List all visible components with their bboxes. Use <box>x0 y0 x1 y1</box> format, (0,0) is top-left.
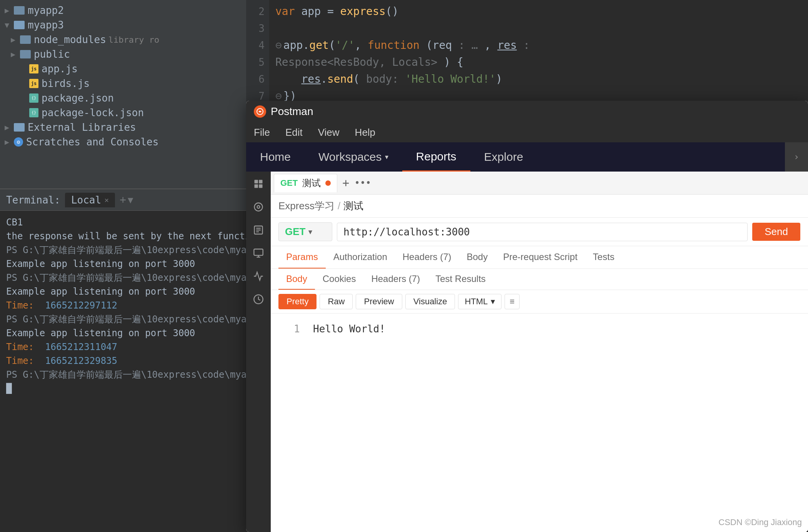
svg-rect-4 <box>259 184 262 188</box>
format-btn-visualize[interactable]: Visualize <box>405 294 455 309</box>
response-tab-headers[interactable]: Headers (7) <box>363 269 428 290</box>
format-btn-visualize-label: Visualize <box>413 297 447 306</box>
svg-rect-11 <box>254 249 263 255</box>
nav-item-reports[interactable]: Reports <box>402 142 470 172</box>
tree-item-app-js[interactable]: ▶ js app.js <box>0 62 246 76</box>
request-bar: GET ▾ Send <box>271 218 808 246</box>
response-tab-body[interactable]: Body <box>278 269 315 290</box>
sidebar-monitor-icon[interactable] <box>251 269 266 284</box>
tree-item-node-modules[interactable]: ▶ node_modules library ro <box>0 32 246 47</box>
workspaces-arrow-icon: ▾ <box>385 153 388 161</box>
wrap-btn[interactable]: ≡ <box>505 294 520 309</box>
tree-item-package-json[interactable]: ▶ {} package.json <box>0 91 246 105</box>
tree-item-public[interactable]: ▶ public <box>0 47 246 62</box>
menu-item-edit[interactable]: Edit <box>285 127 303 138</box>
folder-icon-myapp2 <box>14 6 25 15</box>
params-tab-tests[interactable]: Tests <box>585 246 622 269</box>
request-tab[interactable]: GET 测试 <box>274 174 337 192</box>
params-tab-body[interactable]: Body <box>459 246 496 269</box>
params-tabs: Params Authorization Headers (7) Body Pr… <box>271 246 808 269</box>
file-tree: ▶ myapp2 ▼ myapp3 ▶ node_modules library… <box>0 0 246 152</box>
format-type-selector[interactable]: HTML ▾ <box>458 294 501 309</box>
sidebar-runner-icon[interactable] <box>251 245 266 261</box>
breadcrumb-parent[interactable]: Express学习 <box>278 199 335 213</box>
terminal-add-btn[interactable]: + <box>120 193 126 206</box>
response-toolbar: Pretty Raw Preview Visualize HTML ▾ <box>271 290 808 314</box>
sidebar-history-icon[interactable] <box>251 222 266 238</box>
tree-item-package-lock-json[interactable]: ▶ {} package-lock.json <box>0 105 246 120</box>
terminal-dropdown-btn[interactable]: ▼ <box>128 195 133 205</box>
response-line-num-1: 1 <box>294 321 305 337</box>
nav-label-explore: Explore <box>484 150 523 163</box>
postman-logo-icon <box>254 105 266 118</box>
terminal-tab-local[interactable]: Local × <box>65 193 115 207</box>
url-input[interactable] <box>337 223 748 241</box>
postman-titlebar: Postman <box>246 101 808 122</box>
method-label: GET <box>285 226 305 238</box>
sidebar-collection-icon[interactable] <box>251 176 266 192</box>
nav-item-workspaces[interactable]: Workspaces ▾ <box>305 142 402 172</box>
params-tab-auth-label: Authorization <box>333 252 387 262</box>
nav-label-workspaces: Workspaces <box>318 150 382 163</box>
format-btn-pretty-label: Pretty <box>287 297 308 306</box>
tree-label-public: public <box>34 48 70 60</box>
terminal-tab-local-label: Local <box>71 194 101 206</box>
postman-window: Postman File Edit View Help Home Workspa… <box>246 101 808 532</box>
sidebar-environment-icon[interactable] <box>251 199 266 215</box>
tree-label-scratches: Scratches and Consoles <box>26 136 158 148</box>
tree-lib-text-node-modules: library ro <box>108 35 159 45</box>
response-section: Body Cookies Headers (7) Test Results <box>271 269 808 532</box>
format-btn-preview[interactable]: Preview <box>356 294 402 309</box>
code-line-5: res.send( body: 'Hello World!') <box>275 71 532 88</box>
tree-item-myapp3[interactable]: ▼ myapp3 <box>0 18 246 32</box>
nav-item-home[interactable]: Home <box>246 142 305 172</box>
menu-item-help[interactable]: Help <box>355 127 375 138</box>
line-num-4: 4 <box>246 37 265 54</box>
menu-item-view[interactable]: View <box>318 127 340 138</box>
tree-label-package-lock-json: package-lock.json <box>42 107 144 118</box>
navbar-scroll-btn[interactable]: › <box>785 142 808 172</box>
postman-sidebar <box>246 172 271 532</box>
params-tab-headers[interactable]: Headers (7) <box>395 246 459 269</box>
code-line-4: ⊖app.get('/', function (req : … , res : … <box>275 37 532 71</box>
new-tab-btn[interactable]: + <box>337 175 354 192</box>
tab-modified-dot <box>325 180 331 186</box>
tab-more-btn[interactable]: ••• <box>354 175 371 192</box>
tree-item-external-libraries[interactable]: ▶ External Libraries <box>0 120 246 135</box>
collapse-arrow-node-modules: ▶ <box>11 35 18 44</box>
response-tab-body-label: Body <box>286 274 307 284</box>
nav-item-explore[interactable]: Explore <box>470 142 537 172</box>
terminal-tab-close-btn[interactable]: × <box>104 195 109 205</box>
tree-item-birds-js[interactable]: ▶ js birds.js <box>0 76 246 91</box>
file-icon-package-lock-json: {} <box>29 108 38 117</box>
params-tab-params[interactable]: Params <box>278 246 326 269</box>
menu-item-file[interactable]: File <box>254 127 270 138</box>
svg-point-6 <box>255 203 263 211</box>
watermark: CSDN ©Ding Jiaxiong <box>718 517 802 527</box>
format-btn-raw[interactable]: Raw <box>320 294 353 309</box>
response-tab-cookies[interactable]: Cookies <box>315 269 364 290</box>
tree-label-external-libraries: External Libraries <box>28 122 136 133</box>
tree-item-scratches[interactable]: ▶ ⚙ Scratches and Consoles <box>0 135 246 149</box>
tree-item-myapp2[interactable]: ▶ myapp2 <box>0 3 246 18</box>
collapse-arrow-myapp3: ▼ <box>5 20 12 30</box>
params-tab-params-label: Params <box>286 252 318 262</box>
collapse-arrow-public: ▶ <box>11 50 18 59</box>
response-tab-cookies-label: Cookies <box>323 274 356 284</box>
breadcrumb-separator: / <box>338 200 340 212</box>
params-tab-prerequest-label: Pre-request Script <box>503 252 577 262</box>
tree-label-package-json: package.json <box>42 92 114 104</box>
tree-label-app-js: app.js <box>42 63 78 75</box>
sidebar-clock-icon[interactable] <box>251 292 266 307</box>
params-tab-prerequest[interactable]: Pre-request Script <box>495 246 585 269</box>
svg-rect-2 <box>259 180 262 183</box>
response-tab-test-results[interactable]: Test Results <box>428 269 493 290</box>
method-dropdown-arrow-icon: ▾ <box>308 228 312 236</box>
format-btn-pretty[interactable]: Pretty <box>278 294 317 309</box>
params-tab-auth[interactable]: Authorization <box>326 246 395 269</box>
send-btn[interactable]: Send <box>752 223 800 241</box>
params-tab-headers-label: Headers (7) <box>403 252 451 262</box>
folder-icon-myapp3 <box>14 21 25 29</box>
method-selector[interactable]: GET ▾ <box>278 222 332 241</box>
postman-content: GET 测试 + ••• Express学习 / 测试 GET ▾ <box>271 172 808 532</box>
